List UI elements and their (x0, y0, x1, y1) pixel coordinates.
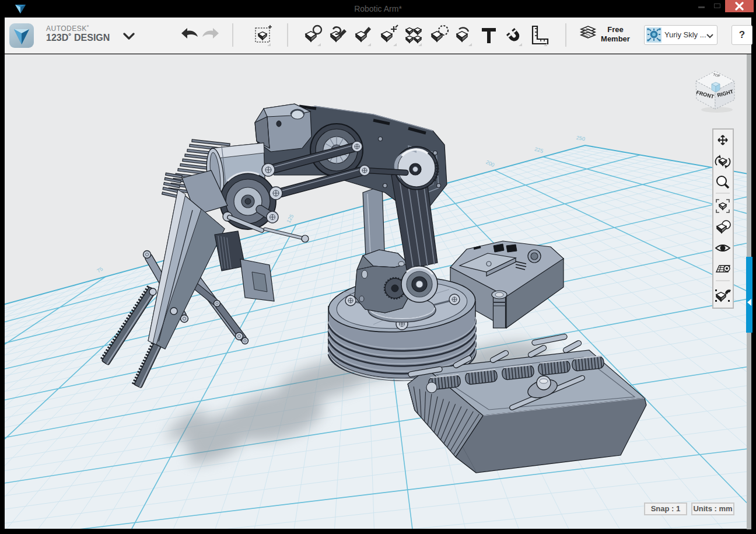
svg-text:250: 250 (576, 135, 586, 142)
svg-text:75: 75 (96, 266, 104, 274)
svg-text:125: 125 (285, 214, 295, 224)
svg-text:200: 200 (485, 159, 495, 169)
svg-text:225: 225 (534, 146, 544, 154)
